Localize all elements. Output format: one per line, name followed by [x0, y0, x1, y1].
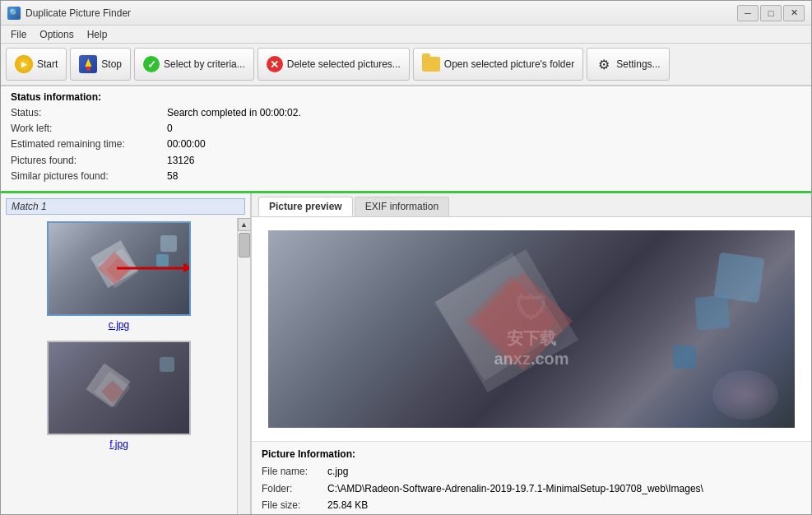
status-row-2: Estimated remaining time: 00:00:00 [11, 137, 801, 152]
picture-info: Picture Information: File name: c.jpg Fo… [252, 441, 811, 515]
delete-icon: ✕ [267, 56, 283, 72]
settings-label: Settings... [616, 58, 660, 70]
scrollbar[interactable]: ▲ ▼ [237, 218, 250, 515]
picture-info-title: Picture Information: [262, 448, 801, 460]
menu-bar: File Options Help [1, 26, 811, 44]
info-row-0: File name: c.jpg [262, 463, 801, 480]
checkmark-icon: ✓ [143, 56, 160, 72]
info-value-1: C:\AMD\Radeon-Software-Adrenalin-2019-19… [327, 480, 703, 497]
select-label: Select by criteria... [164, 58, 245, 70]
select-criteria-button[interactable]: ✓ Select by criteria... [134, 48, 254, 81]
decoration [160, 357, 174, 372]
status-value-1: 0 [167, 121, 173, 137]
list-item[interactable]: f.jpg [4, 341, 234, 450]
info-label-0: File name: [262, 463, 327, 480]
tab-picture-preview[interactable]: Picture preview [258, 197, 353, 216]
menu-file[interactable]: File [4, 27, 33, 42]
status-label-3: Pictures found: [11, 153, 167, 169]
status-row-1: Work left: 0 [11, 121, 801, 137]
status-value-2: 00:00:00 [167, 137, 206, 152]
image-label-2[interactable]: f.jpg [109, 438, 128, 450]
status-value-0: Search completed in 00:00:02. [167, 105, 301, 121]
preview-image: 🛡 安下载 anxz.com [268, 230, 795, 428]
status-label-2: Estimated remaining time: [11, 137, 167, 152]
folder-label: Open selected picture's folder [444, 58, 574, 70]
app-icon: 🔍 [7, 7, 21, 20]
match-header: Match 1 [6, 198, 245, 215]
status-row-0: Status: Search completed in 00:00:02. [11, 105, 801, 121]
close-button[interactable]: ✕ [783, 5, 805, 21]
maximize-button[interactable]: □ [760, 5, 782, 21]
status-title: Status information: [11, 91, 801, 103]
preview-decoration [420, 239, 577, 395]
delete-selected-button[interactable]: ✕ Delete selected pictures... [258, 48, 410, 81]
preview-decoration [673, 346, 696, 369]
settings-icon: ⚙ [596, 56, 612, 72]
decoration [160, 235, 177, 252]
app-title: Duplicate Picture Finder [26, 7, 737, 19]
folder-icon [422, 57, 440, 72]
preview-area: 🛡 安下载 anxz.com [252, 217, 811, 441]
info-row-2: File size: 25.84 KB [262, 497, 801, 513]
tab-exif[interactable]: EXIF information [355, 197, 449, 216]
red-arrow [117, 267, 191, 270]
status-row-3: Pictures found: 13126 [11, 153, 801, 169]
status-label-1: Work left: [11, 121, 167, 137]
scroll-up-arrow[interactable]: ▲ [238, 218, 251, 231]
status-panel: Status information: Status: Search compl… [1, 86, 811, 193]
left-panel-inner: c.jpg f.jpg ▲ [1, 218, 250, 515]
main-content: Match 1 c.j [1, 193, 811, 515]
scroll-thumb[interactable] [239, 233, 250, 258]
match-list: c.jpg f.jpg [1, 218, 237, 515]
menu-options[interactable]: Options [33, 27, 80, 42]
open-folder-button[interactable]: Open selected picture's folder [413, 48, 583, 81]
toolbar: Start Stop ✓ Select by criteria... ✕ Del… [1, 44, 811, 86]
window-controls: ─ □ ✕ [737, 5, 805, 21]
title-bar: 🔍 Duplicate Picture Finder ─ □ ✕ [1, 1, 811, 26]
image-container-1[interactable] [47, 221, 191, 316]
image-container-2[interactable] [47, 341, 191, 435]
settings-button[interactable]: ⚙ Settings... [587, 48, 669, 81]
minimize-button[interactable]: ─ [737, 5, 759, 21]
right-panel: Picture preview EXIF information 🛡 安下载 a… [252, 193, 811, 515]
thumbnail-2 [49, 342, 189, 434]
info-value-2: 25.84 KB [327, 497, 368, 513]
info-value-0: c.jpg [327, 463, 348, 480]
list-item[interactable]: c.jpg [4, 221, 234, 331]
status-value-4: 58 [167, 169, 178, 184]
status-value-3: 13126 [167, 153, 194, 169]
start-button[interactable]: Start [6, 48, 67, 81]
info-label-1: Folder: [262, 480, 327, 497]
start-label: Start [37, 58, 58, 70]
stop-label: Stop [101, 58, 122, 70]
decoration [156, 254, 169, 267]
stop-button[interactable]: Stop [70, 48, 131, 81]
tab-bar: Picture preview EXIF information [252, 193, 811, 217]
info-label-2: File size: [262, 497, 327, 513]
preview-decoration [694, 295, 730, 330]
left-panel: Match 1 c.j [1, 193, 252, 515]
delete-label: Delete selected pictures... [287, 58, 401, 70]
status-label-4: Similar pictures found: [11, 169, 167, 184]
status-label-0: Status: [11, 105, 167, 121]
image-label-1[interactable]: c.jpg [109, 319, 129, 331]
status-row-4: Similar pictures found: 58 [11, 169, 801, 184]
menu-help[interactable]: Help [81, 27, 114, 42]
start-icon [15, 55, 33, 73]
info-row-1: Folder: C:\AMD\Radeon-Software-Adrenalin… [262, 480, 801, 497]
watermark-shield: 🛡 [494, 290, 568, 327]
stop-icon [79, 55, 97, 73]
preview-flower [712, 370, 778, 420]
